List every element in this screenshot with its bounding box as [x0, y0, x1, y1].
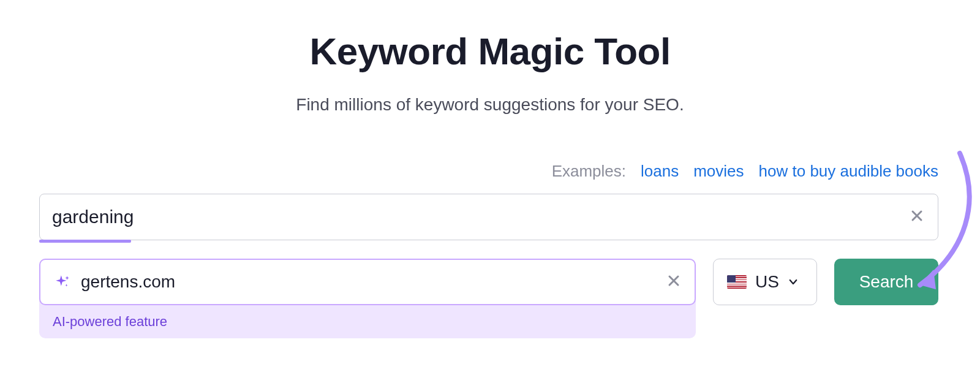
keyword-input-container: [39, 194, 938, 240]
domain-block: AI-powered feature: [39, 259, 696, 338]
keyword-highlight-underline: [39, 240, 131, 243]
domain-input-container: [39, 259, 696, 305]
database-selected-label: US: [755, 272, 779, 292]
example-link-audible[interactable]: how to buy audible books: [759, 162, 938, 181]
examples-row: Examples: loans movies how to buy audibl…: [552, 162, 938, 181]
second-row: AI-powered feature US Search: [39, 259, 938, 338]
keyword-clear-icon[interactable]: [910, 208, 924, 226]
example-link-loans[interactable]: loans: [641, 162, 679, 181]
keyword-row: [39, 194, 938, 240]
domain-input[interactable]: [81, 272, 657, 292]
flag-us-icon: [727, 275, 747, 289]
domain-clear-icon[interactable]: [666, 273, 681, 291]
database-select[interactable]: US: [713, 259, 817, 305]
chevron-down-icon: [788, 276, 799, 287]
examples-label: Examples:: [552, 162, 626, 181]
page-subtitle: Find millions of keyword suggestions for…: [0, 95, 980, 115]
search-button[interactable]: Search: [834, 259, 938, 305]
page-root: Keyword Magic Tool Find millions of keyw…: [0, 0, 980, 380]
ai-feature-caption: AI-powered feature: [39, 305, 696, 330]
page-title: Keyword Magic Tool: [0, 29, 980, 73]
example-link-movies[interactable]: movies: [693, 162, 744, 181]
sparkle-icon: [54, 273, 71, 291]
keyword-input[interactable]: [52, 207, 910, 227]
